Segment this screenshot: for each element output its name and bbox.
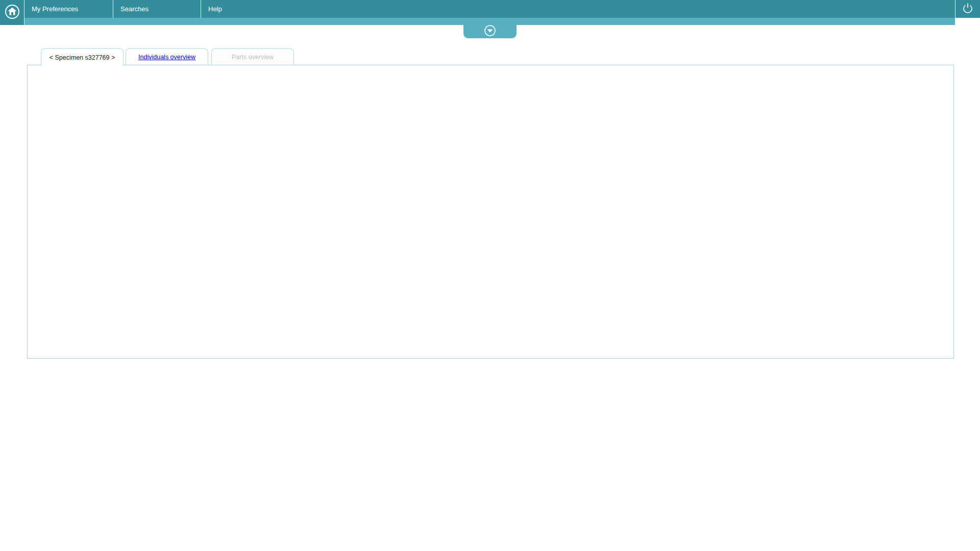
- tab-specimen[interactable]: < Specimen s327769 >: [41, 48, 124, 66]
- main-menu: My Preferences Searches Help: [24, 0, 313, 18]
- power-icon: [962, 2, 974, 16]
- expand-header-button[interactable]: [463, 25, 517, 38]
- specimen-detail-container: [27, 65, 954, 359]
- accent-strip: [24, 18, 955, 25]
- menu-item-help[interactable]: Help: [201, 0, 313, 18]
- tab-individuals-overview[interactable]: Individuals overview: [126, 48, 208, 65]
- tab-individuals-overview-label: Individuals overview: [138, 54, 195, 61]
- home-icon: [5, 4, 20, 21]
- chevron-down-icon: [484, 24, 496, 39]
- home-button[interactable]: [0, 0, 24, 25]
- menu-item-my-preferences[interactable]: My Preferences: [24, 0, 113, 18]
- tab-parts-overview: Parts overview: [211, 48, 294, 65]
- menu-item-searches[interactable]: Searches: [113, 0, 201, 18]
- logout-button[interactable]: [955, 0, 980, 18]
